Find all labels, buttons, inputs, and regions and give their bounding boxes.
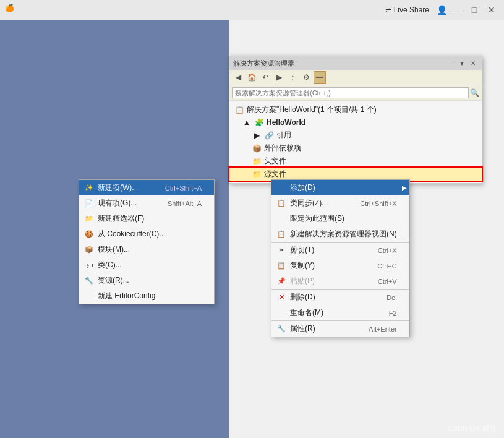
ext-deps-label: 外部依赖项 xyxy=(264,143,301,153)
tree-item-sources[interactable]: 📁 源文件 xyxy=(229,168,482,181)
app-icon: 🍊 xyxy=(5,4,17,16)
se-search-icon: 🔍 xyxy=(470,88,479,97)
se-toolbar: ◀ 🏠 ↶ ▶ ↕ ⚙ — xyxy=(229,70,482,85)
references-label: 引用 xyxy=(276,130,291,140)
se-forward-button[interactable]: ▶ xyxy=(273,71,285,84)
new-item-icon: ✨ xyxy=(84,183,94,193)
menu-item-existing[interactable]: 📄 现有项(G)... Shift+Alt+A xyxy=(79,195,214,211)
resource-icon: 🔧 xyxy=(84,276,94,286)
menu-item-add[interactable]: 添加(D) ▶ xyxy=(271,180,409,195)
menu-item-paste[interactable]: 📌 粘贴(P) Ctrl+V xyxy=(271,273,409,289)
rename-icon xyxy=(276,308,286,318)
references-icon: 🔗 xyxy=(264,131,274,140)
tree-item-headers[interactable]: 📁 头文件 xyxy=(229,155,482,168)
menu-item-limit-scope[interactable]: 限定为此范围(S) xyxy=(271,211,409,226)
project-icon: 🧩 xyxy=(254,118,264,127)
module-label: 模块(M)... xyxy=(98,244,202,255)
existing-shortcut: Shift+Alt+A xyxy=(168,200,202,207)
add-label: 添加(D) xyxy=(290,182,397,193)
headers-icon: 📁 xyxy=(252,157,262,166)
same-scope-label: 类同步(Z)... xyxy=(290,198,344,208)
se-close-button[interactable]: ✕ xyxy=(468,58,478,68)
rename-label: 重命名(M) xyxy=(290,307,373,318)
editorconfig-icon xyxy=(84,291,94,301)
menu-item-resource[interactable]: 🔧 资源(R)... xyxy=(79,273,214,288)
se-active-button[interactable]: — xyxy=(314,71,326,84)
tree-item-solution[interactable]: 📋 解决方案"HelloWorld"(1 个项目/共 1 个) xyxy=(229,103,482,116)
cookiecutter-label: 从 Cookiecutter(C)... xyxy=(98,229,202,239)
close-button[interactable]: ✕ xyxy=(484,2,499,17)
menu-item-cookiecutter[interactable]: 🍪 从 Cookiecutter(C)... xyxy=(79,226,214,242)
se-tree: 📋 解决方案"HelloWorld"(1 个项目/共 1 个) ▲ 🧩 Hell… xyxy=(229,101,482,183)
cut-label: 剪切(T) xyxy=(290,245,362,256)
sources-label: 源文件 xyxy=(264,169,286,179)
limit-scope-label: 限定为此范围(S) xyxy=(290,213,397,224)
left-context-menu: ✨ 新建项(W)... Ctrl+Shift+A 📄 现有项(G)... Shi… xyxy=(79,179,215,304)
copy-icon: 📋 xyxy=(276,261,286,271)
existing-label: 现有项(G)... xyxy=(98,198,152,208)
delete-shortcut: Del xyxy=(387,294,397,301)
se-back-button[interactable]: ◀ xyxy=(232,71,244,84)
expand-icon: ▲ xyxy=(242,118,252,127)
solution-explorer-panel: 解决方案资源管理器 – ▼ ✕ ◀ 🏠 ↶ ▶ ↕ ⚙ — 🔍 📋 解决方案"H… xyxy=(229,56,482,184)
se-dock-button[interactable]: ▼ xyxy=(457,58,467,68)
se-settings-button[interactable]: ⚙ xyxy=(300,71,312,84)
new-item-label: 新建项(W)... xyxy=(98,182,149,193)
se-search-bar: 🔍 xyxy=(229,85,482,101)
copy-shortcut: Ctrl+C xyxy=(377,262,396,270)
paste-shortcut: Ctrl+V xyxy=(378,278,397,285)
menu-item-new-se-view[interactable]: 📋 新建解决方案资源管理器视图(N) xyxy=(271,226,409,242)
menu-item-editorconfig[interactable]: 新建 EditorConfig xyxy=(79,288,214,304)
class-label: 类(C)... xyxy=(98,260,202,270)
menu-item-copy[interactable]: 📋 复制(Y) Ctrl+C xyxy=(271,258,409,273)
live-share-button[interactable]: ⇌ Live Share xyxy=(380,4,434,15)
ext-deps-icon: 📦 xyxy=(252,144,262,153)
resource-label: 资源(R)... xyxy=(98,275,202,286)
cut-icon: ✂ xyxy=(276,246,286,256)
project-label: HelloWorld xyxy=(267,118,305,127)
watermark: CSDN @韩曙亮 xyxy=(448,424,497,433)
menu-item-delete[interactable]: ✕ 删除(D) Del xyxy=(271,289,409,305)
copy-label: 复制(Y) xyxy=(290,260,361,271)
tree-item-project[interactable]: ▲ 🧩 HelloWorld xyxy=(229,116,482,129)
menu-item-class[interactable]: 🏷 类(C)... xyxy=(79,257,214,273)
editorconfig-label: 新建 EditorConfig xyxy=(98,291,202,301)
se-search-input[interactable] xyxy=(232,87,469,98)
headers-label: 头文件 xyxy=(264,156,286,166)
maximize-button[interactable]: □ xyxy=(467,2,482,17)
new-filter-icon: 📁 xyxy=(84,214,94,224)
se-refresh-button[interactable]: ↶ xyxy=(259,71,271,84)
properties-label: 属性(R) xyxy=(290,324,352,334)
tree-item-ext-deps[interactable]: 📦 外部依赖项 xyxy=(229,142,482,155)
solution-label: 解决方案"HelloWorld"(1 个项目/共 1 个) xyxy=(247,105,377,115)
title-bar-controls: ⇌ Live Share 👤 — □ ✕ xyxy=(380,2,499,17)
se-pin-button[interactable]: – xyxy=(446,58,456,68)
properties-icon: 🔧 xyxy=(276,324,286,334)
delete-icon: ✕ xyxy=(276,293,286,303)
solution-icon: 📋 xyxy=(234,105,244,115)
se-home-button[interactable]: 🏠 xyxy=(246,71,258,84)
menu-item-new-filter[interactable]: 📁 新建筛选器(F) xyxy=(79,211,214,226)
menu-item-properties[interactable]: 🔧 属性(R) Alt+Enter xyxy=(271,320,409,337)
solution-explorer-title: 解决方案资源管理器 xyxy=(233,59,294,68)
se-collapse-button[interactable]: ↕ xyxy=(286,71,299,84)
tree-item-references[interactable]: ▶ 🔗 引用 xyxy=(229,129,482,142)
same-scope-icon: 📋 xyxy=(276,199,286,208)
paste-icon: 📌 xyxy=(276,277,286,286)
right-context-menu: 添加(D) ▶ 📋 类同步(Z)... Ctrl+Shift+X 限定为此范围(… xyxy=(271,179,410,337)
minimize-button[interactable]: — xyxy=(450,2,464,17)
menu-item-rename[interactable]: 重命名(M) F2 xyxy=(271,305,409,320)
menu-item-cut[interactable]: ✂ 剪切(T) Ctrl+X xyxy=(271,242,409,258)
sources-icon: 📁 xyxy=(252,170,262,179)
vs-window: 🍊 ⇌ Live Share 👤 — □ ✕ 解决方案资源管理器 – ▼ ✕ ◀… xyxy=(0,0,504,438)
title-bar: 🍊 ⇌ Live Share 👤 — □ ✕ xyxy=(0,0,504,20)
cut-shortcut: Ctrl+X xyxy=(378,247,397,254)
paste-label: 粘贴(P) xyxy=(290,276,362,286)
cookiecutter-icon: 🍪 xyxy=(84,230,94,239)
menu-item-new-item[interactable]: ✨ 新建项(W)... Ctrl+Shift+A xyxy=(79,180,214,195)
new-se-view-label: 新建解决方案资源管理器视图(N) xyxy=(290,229,397,239)
limit-scope-icon xyxy=(276,214,286,224)
menu-item-same-scope[interactable]: 📋 类同步(Z)... Ctrl+Shift+X xyxy=(271,195,409,211)
menu-item-module[interactable]: 📦 模块(M)... xyxy=(79,242,214,257)
solution-explorer-titlebar: 解决方案资源管理器 – ▼ ✕ xyxy=(229,56,482,70)
